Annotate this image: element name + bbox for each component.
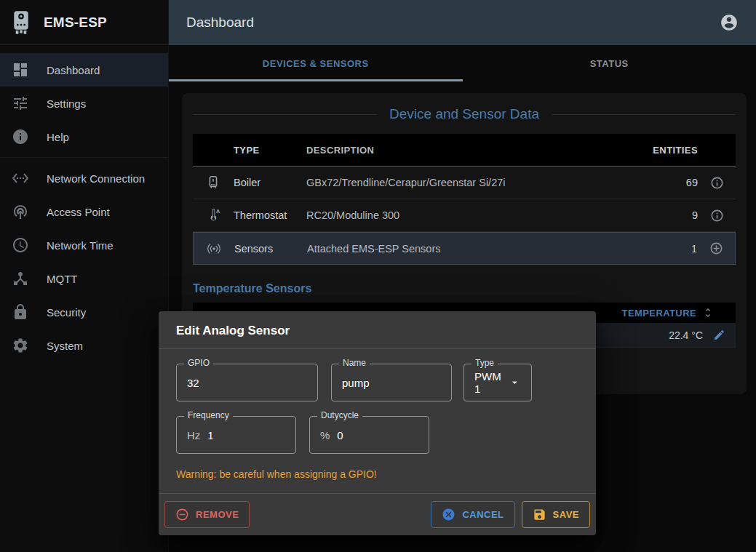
tab-label: STATUS <box>590 58 629 69</box>
device-table: TYPE DESCRIPTION ENTITIES Boiler GBx72/T… <box>193 134 736 265</box>
device-hub-icon <box>12 270 29 287</box>
dutycycle-field-label: Dutycycle <box>317 410 362 420</box>
gpio-field-label: GPIO <box>184 358 213 368</box>
sidebar-item-label: Network Time <box>47 239 114 252</box>
sidebar-item-system[interactable]: System <box>0 329 168 362</box>
tune-icon <box>12 95 29 112</box>
sidebar-item-security[interactable]: Security <box>0 295 168 329</box>
table-row-thermostat[interactable]: A Thermostat RC20/Moduline 300 9 <box>193 199 736 232</box>
divider-line <box>193 114 376 115</box>
add-circle-icon <box>709 241 723 255</box>
gpio-warning-text: Warning: be careful when assigning a GPI… <box>176 468 578 480</box>
sidebar-item-network-connection[interactable]: Network Connection <box>0 161 168 195</box>
frequency-field-label: Frequency <box>184 410 233 420</box>
type-select[interactable]: Type PWM 1 <box>463 364 532 401</box>
column-temperature: TEMPERATURE <box>622 308 696 319</box>
gpio-field[interactable]: GPIO 32 <box>176 364 318 401</box>
device-type: Thermostat <box>234 209 306 221</box>
frequency-field[interactable]: Frequency Hz 1 <box>176 416 296 454</box>
sidebar-item-label: Help <box>47 131 69 143</box>
tab-bar: DEVICES & SENSORS STATUS <box>169 45 756 81</box>
device-type: Sensors <box>234 243 307 255</box>
save-button-label: SAVE <box>553 509 579 520</box>
info-outline-icon <box>710 176 724 190</box>
dialog-title: Edit Analog Sensor <box>159 311 596 349</box>
sidebar-item-settings[interactable]: Settings <box>0 87 168 120</box>
tab-status[interactable]: STATUS <box>463 45 756 81</box>
device-type: Boiler <box>234 177 306 188</box>
device-description: RC20/Moduline 300 <box>306 209 640 221</box>
gear-icon <box>12 337 29 354</box>
dialog-body: GPIO 32 Name pump Type PWM 1 Frequency H… <box>159 349 596 480</box>
account-circle-icon[interactable] <box>720 13 739 32</box>
chevron-down-icon <box>509 375 521 390</box>
type-select-label: Type <box>471 358 498 368</box>
sidebar-item-label: System <box>47 340 83 352</box>
sensors-icon <box>206 241 222 257</box>
type-select-value: PWM 1 <box>474 370 504 395</box>
sidebar-item-access-point[interactable]: Access Point <box>0 195 168 228</box>
sidebar-item-label: Settings <box>47 97 86 110</box>
dialog-footer: REMOVE CANCEL SAVE <box>159 493 596 535</box>
remove-button-label: REMOVE <box>196 509 239 520</box>
divider-line <box>552 114 736 115</box>
frequency-field-value: 1 <box>207 429 213 441</box>
save-icon <box>533 508 546 521</box>
dutycycle-unit: % <box>320 429 330 441</box>
cancel-icon <box>442 508 455 521</box>
pencil-icon[interactable] <box>713 329 725 341</box>
page-title: Dashboard <box>186 15 720 31</box>
wifi-tethering-icon <box>12 203 29 220</box>
sidebar-item-dashboard[interactable]: Dashboard <box>0 53 168 87</box>
column-entities: ENTITIES <box>640 145 698 156</box>
dashboard-icon <box>12 61 29 79</box>
name-field[interactable]: Name pump <box>331 364 452 401</box>
clock-icon <box>12 236 29 254</box>
remove-circle-icon <box>175 508 189 521</box>
device-description: Attached EMS-ESP Sensors <box>307 243 639 255</box>
sidebar: EMS-ESP Dashboard Settings Help Network … <box>0 0 169 552</box>
device-entities: 9 <box>640 209 698 221</box>
tab-devices-sensors[interactable]: DEVICES & SENSORS <box>169 45 463 81</box>
dutycycle-field[interactable]: Dutycycle % 0 <box>309 416 429 454</box>
sidebar-item-label: Security <box>47 306 86 319</box>
edit-analog-sensor-dialog: Edit Analog Sensor GPIO 32 Name pump Typ… <box>159 311 596 535</box>
cancel-button-label: CANCEL <box>462 509 504 520</box>
sidebar-item-help[interactable]: Help <box>0 120 168 153</box>
dutycycle-field-value: 0 <box>337 429 343 441</box>
sidebar-item-label: Dashboard <box>47 64 100 76</box>
cancel-button[interactable]: CANCEL <box>431 501 514 528</box>
boiler-icon <box>205 175 221 191</box>
gpio-field-value: 32 <box>187 377 199 389</box>
row-info-button[interactable] <box>698 176 736 190</box>
app-name: EMS-ESP <box>44 15 107 31</box>
sidebar-item-network-time[interactable]: Network Time <box>0 228 168 262</box>
remove-button[interactable]: REMOVE <box>164 501 250 528</box>
temperature-value: 22.4 °C <box>669 329 703 341</box>
section-heading: Device and Sensor Data <box>193 106 736 122</box>
svg-text:A: A <box>216 208 220 215</box>
sidebar-item-label: MQTT <box>47 273 78 285</box>
device-entities: 1 <box>639 243 697 255</box>
device-entities: 69 <box>640 177 698 188</box>
table-row-boiler[interactable]: Boiler GBx72/Trendline/Cerapur/Greenstar… <box>193 167 736 199</box>
sidebar-header: EMS-ESP <box>0 0 168 45</box>
table-row-sensors[interactable]: Sensors Attached EMS-ESP Sensors 1 <box>193 232 736 265</box>
row-add-button[interactable] <box>697 241 735 255</box>
device-table-header: TYPE DESCRIPTION ENTITIES <box>193 134 736 167</box>
row-info-button[interactable] <box>698 209 736 223</box>
lock-icon <box>12 303 29 321</box>
info-outline-icon <box>710 209 724 223</box>
sidebar-item-mqtt[interactable]: MQTT <box>0 262 168 295</box>
column-type: TYPE <box>234 145 306 156</box>
sidebar-divider <box>0 157 168 158</box>
tab-indicator <box>169 79 463 81</box>
sidebar-item-label: Access Point <box>47 206 110 218</box>
section-title: Device and Sensor Data <box>389 106 539 122</box>
sidebar-item-label: Network Connection <box>47 172 145 185</box>
unfold-more-icon[interactable] <box>702 307 714 319</box>
sidebar-nav: Dashboard Settings Help Network Connecti… <box>0 45 168 362</box>
frequency-unit: Hz <box>187 429 200 441</box>
save-button[interactable]: SAVE <box>522 501 590 528</box>
name-field-value: pump <box>342 377 370 389</box>
